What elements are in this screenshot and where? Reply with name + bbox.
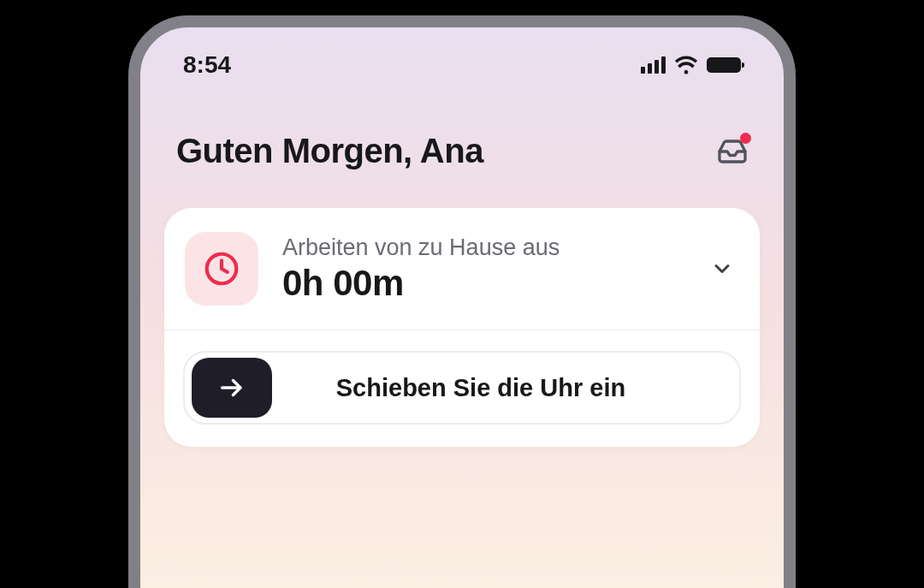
inbox-button[interactable] — [717, 136, 748, 167]
slide-handle[interactable] — [192, 358, 272, 418]
elapsed-time: 0h 00m — [282, 263, 710, 304]
clock-in-section: Schieben Sie die Uhr ein — [164, 330, 760, 447]
time-tracking-card: Arbeiten von zu Hause aus 0h 00m Schiebe… — [164, 208, 760, 447]
clock-in-label: Schieben Sie die Uhr ein — [272, 374, 732, 402]
cellular-signal-icon — [641, 56, 666, 74]
greeting-row: Guten Morgen, Ana — [140, 87, 784, 170]
work-status-label: Arbeiten von zu Hause aus — [282, 235, 710, 261]
clock-in-slider[interactable]: Schieben Sie die Uhr ein — [183, 351, 741, 425]
work-status-text: Arbeiten von zu Hause aus 0h 00m — [282, 235, 710, 304]
status-bar-time: 8:54 — [183, 51, 231, 79]
phone-frame: 8:54 Guten Morgen, Ana — [128, 15, 796, 588]
battery-icon — [707, 57, 741, 73]
wifi-icon — [674, 56, 698, 74]
arrow-right-icon — [217, 373, 246, 402]
greeting-text: Guten Morgen, Ana — [176, 132, 483, 170]
status-bar-icons — [641, 56, 741, 74]
expand-chevron[interactable] — [710, 257, 734, 281]
clock-icon — [202, 249, 241, 288]
status-bar: 8:54 — [140, 27, 784, 87]
chevron-down-icon — [710, 257, 734, 281]
work-status-row[interactable]: Arbeiten von zu Hause aus 0h 00m — [164, 208, 760, 330]
notification-dot-icon — [740, 133, 751, 144]
clock-icon-wrap — [185, 232, 258, 306]
